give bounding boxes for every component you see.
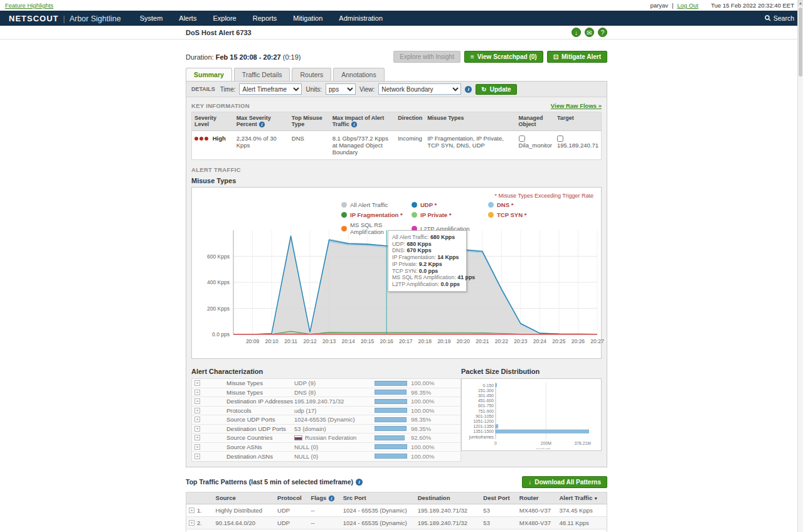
legend-item-ip-private[interactable]: IP Private *	[412, 211, 488, 218]
expand-icon[interactable]: +	[194, 444, 200, 450]
pattern-router: MX480-V37	[517, 504, 557, 516]
nav-item-system[interactable]: System	[140, 14, 163, 22]
view-select[interactable]: Network Boundary	[378, 83, 461, 95]
managed-object-checkbox[interactable]	[519, 136, 525, 142]
expand-icon[interactable]: +	[194, 390, 200, 395]
key-information-table: Severity Level Max Severity Percent iTop…	[191, 112, 602, 160]
update-button[interactable]: ↻ Update	[476, 84, 516, 95]
info-icon[interactable]: i	[259, 122, 265, 127]
legend-item-udp[interactable]: UDP *	[412, 201, 488, 208]
view-scratchpad-button[interactable]: ≡ View Scratchpad (0)	[464, 51, 543, 63]
sort-desc-icon[interactable]: ▼	[592, 496, 598, 501]
expand-icon[interactable]: +	[194, 408, 200, 413]
column-header-max-impact-of-alert-traffic[interactable]: Max Impact of Alert Traffic i	[330, 112, 396, 131]
column-header-dest-port[interactable]: Dest Port	[481, 492, 516, 504]
svg-text:0: 0	[494, 441, 497, 445]
time-select[interactable]: Alert Timeframe	[239, 83, 302, 95]
column-header-top-misuse-type[interactable]: Top Misuse Type	[289, 112, 330, 131]
nav-item-mitigation[interactable]: Mitigation	[293, 14, 322, 22]
column-header-flags[interactable]: Flags i	[308, 492, 340, 504]
svg-text:1051-1200: 1051-1200	[473, 419, 494, 423]
characterization-value: 53 (domain)	[294, 425, 375, 432]
characterization-value: UDP (9)	[294, 380, 375, 386]
download-all-patterns-button[interactable]: ↓ Download All Patterns	[522, 476, 607, 488]
expand-icon[interactable]: +	[194, 398, 200, 404]
column-header-misuse-types[interactable]: Misuse Types	[425, 112, 516, 131]
percent-bar	[375, 381, 407, 386]
column-header-destination[interactable]: Destination	[415, 492, 481, 504]
alert-characterization-section: Alert Characterization +Misuse TypesUDP …	[191, 368, 461, 462]
expand-icon[interactable]: +	[194, 435, 200, 440]
page-scrollbar[interactable]: ▲	[797, 0, 803, 532]
column-header-expander[interactable]	[186, 492, 213, 504]
svg-text:20:24: 20:24	[533, 338, 547, 344]
expand-icon[interactable]: +	[189, 508, 194, 513]
units-select[interactable]: pps	[326, 83, 356, 95]
column-header-severity-level[interactable]: Severity Level	[192, 112, 234, 131]
mitigate-alert-button[interactable]: ⊡ Mitigate Alert	[547, 51, 607, 63]
column-header-target[interactable]: Target	[555, 112, 602, 131]
legend-item-ip-fragmentation[interactable]: IP Fragmentation *	[341, 211, 412, 218]
tab-annotations[interactable]: Annotations	[333, 68, 384, 81]
tab-summary[interactable]: Summary	[186, 68, 232, 81]
email-icon[interactable]: ✉	[585, 28, 594, 37]
column-header-alert-traffic[interactable]: Alert Traffic ▼	[556, 492, 607, 504]
download-icon[interactable]: ↓	[572, 28, 581, 37]
legend-dot	[341, 202, 347, 208]
column-header-src-port[interactable]: Src Port	[341, 492, 415, 504]
characterization-row-misuse-types: +Misuse TypesDNS (8)98.35%	[192, 388, 460, 398]
max-impact-value: 8.1 Gbps/737.2 Kpps at Managed Object Bo…	[330, 131, 396, 160]
column-header-direction[interactable]: Direction	[395, 112, 425, 131]
column-header-managed-object[interactable]: Managed Object	[516, 112, 555, 131]
expand-icon[interactable]: +	[194, 380, 200, 386]
logout-link[interactable]: Log Out	[677, 2, 698, 9]
pattern-alert-traffic: 40.82 Kpps	[556, 529, 607, 532]
percent-bar	[375, 435, 405, 440]
feature-highlights-link[interactable]: Feature Highlights	[5, 2, 53, 9]
column-header-router[interactable]: Router	[517, 492, 557, 504]
explore-insight-button[interactable]: Explore with Insight	[393, 51, 460, 63]
view-info-icon[interactable]: i	[465, 86, 472, 93]
nav-item-alerts[interactable]: Alerts	[179, 14, 196, 22]
legend-item-tcp-syn[interactable]: TCP SYN *	[488, 211, 582, 218]
expand-icon[interactable]: +	[194, 454, 200, 459]
nav-item-explore[interactable]: Explore	[213, 14, 236, 22]
characterization-value: Russian Federation	[294, 434, 375, 441]
expand-icon[interactable]: +	[194, 417, 200, 422]
info-icon[interactable]: i	[351, 122, 357, 127]
percent-label: 98.35%	[411, 416, 431, 423]
nav-item-reports[interactable]: Reports	[253, 14, 277, 22]
expand-icon[interactable]: +	[189, 520, 194, 526]
key-information-title: KEY INFORMATION	[191, 102, 250, 109]
column-header-protocol[interactable]: Protocol	[275, 492, 308, 504]
search-icon	[765, 15, 771, 21]
expand-icon[interactable]: +	[194, 426, 200, 432]
column-header-source[interactable]: Source	[213, 492, 275, 504]
column-header-max-severity-percent[interactable]: Max Severity Percent i	[234, 112, 289, 131]
svg-text:20:20: 20:20	[457, 338, 471, 344]
legend-item-all-alert-traffic[interactable]: All Alert Traffic	[341, 201, 412, 208]
svg-text:600 Kpps: 600 Kpps	[207, 253, 230, 260]
help-icon[interactable]: ?	[598, 28, 607, 37]
brand-logo[interactable]: NETSCOUT | Arbor Sightline	[9, 14, 121, 23]
view-raw-flows-link[interactable]: View Raw Flows »	[551, 102, 602, 109]
percent-label: 98.35%	[411, 389, 431, 396]
target-checkbox[interactable]	[557, 136, 563, 142]
tab-routers[interactable]: Routers	[292, 68, 331, 81]
pattern-source: 90.154.64.0/20	[213, 516, 275, 529]
percent-bar	[375, 444, 407, 449]
scrollbar-thumb[interactable]	[799, 8, 802, 77]
pattern-row: +3.37.128.0.0/9UDP--1024 - 65535 (Dynami…	[186, 529, 607, 532]
characterization-label: Source ASNs	[226, 444, 294, 450]
svg-text:20:27: 20:27	[590, 338, 604, 344]
scrollbar-up-arrow[interactable]: ▲	[798, 0, 803, 6]
flags-info-icon[interactable]: i	[329, 495, 334, 501]
characterization-value: 1024-65535 (Dynamic)	[294, 416, 375, 423]
tab-traffic-details[interactable]: Traffic Details	[234, 68, 290, 81]
top-patterns-info-icon[interactable]: i	[356, 479, 363, 486]
percent-bar-track	[375, 444, 407, 449]
svg-text:601-750: 601-750	[478, 403, 494, 408]
nav-item-administration[interactable]: Administration	[339, 14, 383, 22]
legend-item-dns[interactable]: DNS *	[488, 201, 582, 208]
search-button[interactable]: Search	[765, 14, 794, 22]
